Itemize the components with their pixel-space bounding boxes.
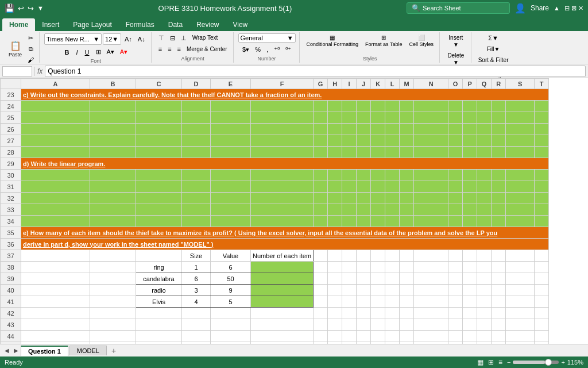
cell-31-col0[interactable] [21,181,90,193]
cell-38-col19[interactable] [535,262,549,273]
cell-28-col7[interactable] [328,147,342,158]
align-left-button[interactable]: ≡ [156,44,164,53]
cell-44-col3[interactable] [182,331,211,342]
cell-39-col9[interactable] [357,273,371,285]
page-break-view-icon[interactable]: ≡ [498,358,502,366]
cell-45-col9[interactable] [357,342,371,344]
normal-view-icon[interactable]: ▦ [477,358,483,366]
cell-38-col3[interactable]: 1 [182,262,211,273]
cell-33-col19[interactable] [535,204,549,216]
align-center-button[interactable]: ≡ [165,44,173,53]
cell-24-col15[interactable] [463,101,477,112]
cell-styles-button[interactable]: ⬜ Cell Styles [407,33,436,48]
cell-25-col5[interactable] [251,112,314,124]
cell-37-col11[interactable] [385,250,400,262]
cell-44-col12[interactable] [400,331,414,342]
cell-37-col8[interactable] [342,250,357,262]
add-sheet-button[interactable]: + [108,345,119,356]
cell-38-col11[interactable] [385,262,400,273]
cell-26-col12[interactable] [400,124,414,135]
cell-32-col9[interactable] [357,193,371,204]
cell-28-col0[interactable] [21,147,90,158]
cell-44-col19[interactable] [535,331,549,342]
cell-33-col6[interactable] [314,204,328,216]
copy-button[interactable]: ⧉ [26,44,36,54]
sheet-nav-right[interactable]: ▶ [11,346,21,355]
cell-32-col19[interactable] [535,193,549,204]
cell-26-col2[interactable] [136,124,182,135]
cell-38-col13[interactable] [414,262,448,273]
cell-34-col14[interactable] [448,216,463,227]
cell-34-col19[interactable] [535,216,549,227]
cell-30-col5[interactable] [251,170,314,181]
cell-26-col19[interactable] [535,124,549,135]
tab-view[interactable]: View [226,18,254,31]
cell-42-col3[interactable] [182,308,211,319]
cell-32-col2[interactable] [136,193,182,204]
cell-27-col18[interactable] [506,135,535,147]
col-header-O[interactable]: O [448,79,463,89]
cell-37-col12[interactable] [400,250,414,262]
cell-38-col14[interactable] [448,262,463,273]
cell-31-col9[interactable] [357,181,371,193]
cell-27-col19[interactable] [535,135,549,147]
cell-34-col9[interactable] [357,216,371,227]
cell-38-col1[interactable] [90,262,136,273]
cell-24-col16[interactable] [477,101,492,112]
cell-30-col18[interactable] [506,170,535,181]
cell-45-col18[interactable] [506,342,535,344]
cell-34-col3[interactable] [182,216,211,227]
tab-page-layout[interactable]: Page Layout [66,18,118,31]
sheet-nav-left[interactable]: ◀ [2,346,11,355]
cell-44-col7[interactable] [328,331,342,342]
col-header-I[interactable]: I [342,79,357,89]
cell-45-col13[interactable] [414,342,448,344]
cell-41-col6[interactable] [314,296,328,308]
cell-37-col1[interactable] [90,250,136,262]
cell-28-col4[interactable] [211,147,251,158]
col-header-J[interactable]: J [357,79,371,89]
cell-25-col13[interactable] [414,112,448,124]
cell-39-col1[interactable] [90,273,136,285]
cell-42-col0[interactable] [21,308,90,319]
cell-38-col12[interactable] [400,262,414,273]
cell-43-col2[interactable] [136,319,182,331]
cell-37-col7[interactable] [328,250,342,262]
cell-30-col16[interactable] [477,170,492,181]
cell-34-col8[interactable] [342,216,357,227]
cell-33-col8[interactable] [342,204,357,216]
cell-25-col3[interactable] [182,112,211,124]
cell-24-col1[interactable] [90,101,136,112]
cell-32-col17[interactable] [492,193,506,204]
cell-32-col4[interactable] [211,193,251,204]
cell-43-col4[interactable] [211,319,251,331]
cell-44-col4[interactable] [211,331,251,342]
cell-40-col4[interactable]: 9 [211,285,251,296]
cell-41-col5[interactable] [251,296,314,308]
cell-34-col13[interactable] [414,216,448,227]
share-button[interactable]: Share [531,4,549,12]
cell-27-col7[interactable] [328,135,342,147]
cell-37-col9[interactable] [357,250,371,262]
font-size-box[interactable]: 12 ▼ [103,33,121,45]
cell-40-col15[interactable] [463,285,477,296]
cell-43-col8[interactable] [342,319,357,331]
cell-30-col13[interactable] [414,170,448,181]
cell-32-col8[interactable] [342,193,357,204]
cell-42-col7[interactable] [328,308,342,319]
cell-45-col1[interactable] [90,342,136,344]
redo-icon[interactable]: ↪ [28,4,34,13]
tab-data[interactable]: Data [161,18,189,31]
cell-32-col1[interactable] [90,193,136,204]
cell-39-col6[interactable] [314,273,328,285]
tab-home[interactable]: Home [2,18,35,31]
cell-24-col3[interactable] [182,101,211,112]
cell-40-col12[interactable] [400,285,414,296]
cell-23-col0[interactable]: c) Write out the constraints. Explain ca… [21,89,549,101]
cell-26-col5[interactable] [251,124,314,135]
cell-45-col15[interactable] [463,342,477,344]
cell-25-col14[interactable] [448,112,463,124]
cell-44-col1[interactable] [90,331,136,342]
cell-26-col15[interactable] [463,124,477,135]
cell-25-col4[interactable] [211,112,251,124]
